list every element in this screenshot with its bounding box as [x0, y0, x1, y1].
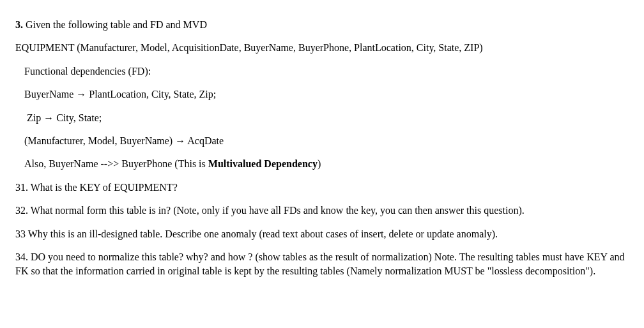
question-32: 32. What normal form this table is in? (…	[15, 204, 629, 218]
q3-text: Given the following table and FD and MVD	[23, 19, 207, 30]
q3-number: 3.	[15, 19, 23, 30]
fd-1: BuyerName → PlantLocation, City, State, …	[15, 87, 629, 101]
question-33: 33 Why this is an ill-designed table. De…	[15, 227, 629, 241]
mvd-prefix: Also, BuyerName -->> BuyerPhone (This is	[24, 158, 208, 169]
mvd-bold: Multivalued Dependency	[208, 158, 318, 169]
schema-line: EQUIPMENT (Manufacturer, Model, Acquisit…	[15, 41, 629, 55]
question-3-header: 3. Given the following table and FD and …	[15, 18, 629, 32]
question-31: 31. What is the KEY of EQUIPMENT?	[15, 181, 629, 195]
fd-2: Zip → City, State;	[15, 111, 629, 125]
mvd-suffix: )	[318, 158, 321, 169]
fd-header: Functional dependencies (FD):	[15, 64, 629, 78]
fd-3: (Manufacturer, Model, BuyerName) → AcqDa…	[15, 134, 629, 148]
question-34: 34. DO you need to normalize this table?…	[15, 250, 629, 279]
mvd-line: Also, BuyerName -->> BuyerPhone (This is…	[15, 157, 629, 171]
